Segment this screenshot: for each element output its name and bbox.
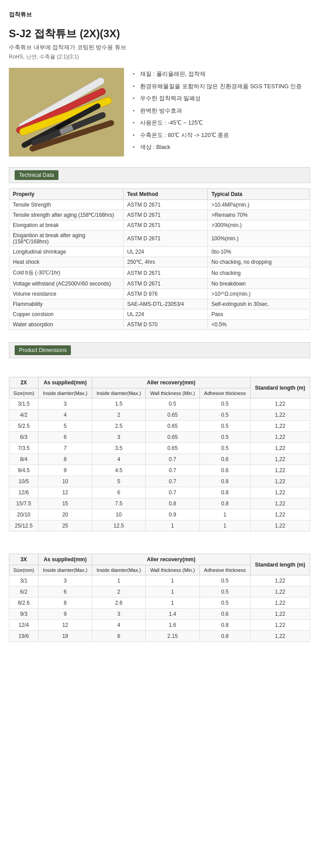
dim-cell-4-1: 12 — [39, 620, 92, 631]
tech-cell-1-0: Tensile strength after aging (158℃/168hr… — [9, 210, 124, 220]
dim-cell-10-2: 10 — [92, 509, 146, 520]
dim-as-sup-hdr: As supplied(mm) — [39, 554, 92, 565]
dim-row-0: 3/13110.51,22 — [9, 575, 310, 586]
dim-cell-7-2: 5 — [92, 476, 146, 487]
tech-cell-9-0: Flammability — [9, 299, 124, 309]
dim-cell-1-1: 6 — [39, 586, 92, 598]
dim-cell-9-0: 15/7.5 — [9, 498, 39, 509]
dim-cell-5-5: 1,22 — [250, 454, 310, 465]
tech-cell-11-2: <0.5% — [208, 320, 310, 330]
dim-cell-8-3: 0.7 — [146, 487, 200, 498]
tech-row-2: Elongation at breakASTM D 2671>300%(min.… — [9, 220, 310, 231]
dim-cell-1-2: 2 — [92, 586, 146, 598]
dim-3x-table: 3XAs supplied(mm)Aller recovery(mm)Stand… — [9, 554, 310, 642]
dim-row-9: 15/7.5157.50.80.81,22 — [9, 498, 310, 509]
feature-item-4: 사용온도 : -45℃ ~ 125℃ — [133, 118, 310, 127]
tech-header-row: ProperlyTest MethodTypical Data — [9, 189, 310, 200]
page-title: S-J2 접착튜브 (2X)(3X) — [9, 27, 310, 41]
product-subtitle: 수축튜브 내부에 접착제가 코팅된 방수용 튜브 — [9, 43, 310, 51]
dim-cell-0-1: 3 — [39, 575, 92, 586]
product-image — [9, 68, 124, 156]
tech-cell-0-1: ASTM D 2671 — [124, 200, 208, 210]
dim-cell-3-2: 3 — [92, 432, 146, 443]
dim-cell-5-2: 4 — [92, 454, 146, 465]
dim-cell-6-1: 9 — [39, 465, 92, 476]
dim-cell-6-5: 1,22 — [250, 465, 310, 476]
dim-cell-3-2: 3 — [92, 609, 146, 620]
tech-row-5: Heat shock250℃, 4hrsNo chacking, no drop… — [9, 257, 310, 267]
dim-sub-3: Wall thickness (Min.) — [146, 565, 200, 575]
dim-cell-10-3: 0.9 — [146, 509, 200, 520]
dim-cell-3-1: 9 — [39, 609, 92, 620]
dim-row-10: 20/1020100.911,22 — [9, 509, 310, 520]
dim-row-2: 8/2.682.610.51,22 — [9, 598, 310, 609]
dim-cell-3-5: 1,22 — [250, 432, 310, 443]
dim-cell-9-4: 0.8 — [199, 498, 250, 509]
dim-cell-0-0: 3/1.5 — [9, 399, 39, 410]
product-features: 재질 : 폴리올레핀, 접착제환경유해물질을 포함하지 않은 친환경제품 SGS… — [133, 68, 310, 156]
tech-cell-9-1: SAE-AMS-DTL-23053/4 — [124, 299, 208, 309]
feature-item-3: 완벽한 방수효과 — [133, 106, 310, 115]
dim-lbl: 2X — [9, 377, 39, 388]
tech-row-7: Voltage withstand (AC2500V/60 seconds)AS… — [9, 279, 310, 289]
tech-cell-5-0: Heat shock — [9, 257, 124, 267]
dim-cell-11-4: 1 — [199, 520, 250, 532]
dim-sub-4: Adhesive thickness — [199, 388, 250, 399]
dim-cell-6-4: 0.6 — [199, 465, 250, 476]
dim-cell-5-3: 2.15 — [146, 631, 200, 642]
dim-cell-4-0: 12/4 — [9, 620, 39, 631]
dim-cell-4-2: 4 — [92, 620, 146, 631]
tech-cell-6-0: Cold b등 (-30℃/1hr) — [9, 267, 124, 279]
tech-row-4: Longitudinal shrinkageUL 2240to-10% — [9, 247, 310, 257]
dim-cell-2-1: 8 — [39, 598, 92, 609]
dim-cell-1-5: 1,22 — [250, 586, 310, 598]
dim-cell-5-4: 0.6 — [199, 454, 250, 465]
dim-cell-6-0: 9/4.5 — [9, 465, 39, 476]
dim-cell-11-1: 25 — [39, 520, 92, 532]
dim-sub-4: Adhesive thickness — [199, 565, 250, 575]
dim-cell-5-1: 8 — [39, 454, 92, 465]
dim-cell-7-3: 0.7 — [146, 476, 200, 487]
dim-after-rec-hdr: Aller recovery(mm) — [92, 554, 250, 565]
tech-cell-2-0: Elongation at break — [9, 220, 124, 231]
tech-col-header-1: Test Method — [124, 189, 208, 200]
tech-cell-10-0: Copper corrdsion — [9, 309, 124, 320]
tech-row-3: Elogantion at break after aging (158℃/16… — [9, 231, 310, 247]
dim-cell-3-3: 0.65 — [146, 432, 200, 443]
dim-row-1: 4/2420.650.51,22 — [9, 410, 310, 421]
tech-cell-8-2: >10¹⁵Ω.cm(min.) — [208, 289, 310, 299]
dim-cell-2-4: 0.5 — [199, 421, 250, 432]
dim-cell-0-4: 0.5 — [199, 575, 250, 586]
dim-cell-2-0: 8/2.6 — [9, 598, 39, 609]
dim-cell-3-4: 0.6 — [199, 609, 250, 620]
feature-item-1: 환경유해물질을 포함하지 않은 친환경제품 SGS TESTING 인증 — [133, 82, 310, 91]
tech-cell-7-0: Voltage withstand (AC2500V/60 seconds) — [9, 279, 124, 289]
tech-cell-11-0: Water absorption — [9, 320, 124, 330]
dim-cell-0-1: 3 — [39, 399, 92, 410]
dim-sub-0: Size(mm) — [9, 388, 39, 399]
dim-2x-tbody: 3/1.531.50.50.51,224/2420.650.51,225/2.5… — [9, 399, 310, 532]
dim-row-5: 19/61962.150.81,22 — [9, 631, 310, 642]
tech-table-head: ProperlyTest MethodTypical Data — [9, 189, 310, 200]
tech-cell-5-2: No chacking, no dropping — [208, 257, 310, 267]
dim-cell-7-4: 0.8 — [199, 476, 250, 487]
dim-cell-5-4: 0.8 — [199, 631, 250, 642]
tech-cell-8-1: ASTM D 876 — [124, 289, 208, 299]
feature-item-6: 색상 : Black — [133, 143, 310, 152]
dim-row-6: 9/4.594.50.70.61,22 — [9, 465, 310, 476]
dim-cell-3-3: 1.4 — [146, 609, 200, 620]
tech-row-9: FlammabilitySAE-AMS-DTL-23053/4Self-exti… — [9, 299, 310, 309]
tech-cell-11-1: ASTM D 570 — [124, 320, 208, 330]
technical-table-wrap: ProperlyTest MethodTypical Data Tensile … — [9, 188, 310, 330]
tech-cell-4-1: UL 224 — [124, 247, 208, 257]
dim-tr1: 3XAs supplied(mm)Aller recovery(mm)Stand… — [9, 554, 310, 565]
dim-cell-9-1: 15 — [39, 498, 92, 509]
dim-cell-2-3: 0.65 — [146, 421, 200, 432]
dim-std-hdr: Standard length (m) — [250, 554, 310, 575]
dim-row-11: 25/12.52512.5111,22 — [9, 520, 310, 532]
dim-cell-3-5: 1,22 — [250, 609, 310, 620]
tech-cell-10-2: Pass — [208, 309, 310, 320]
tech-cell-7-2: No breakdown — [208, 279, 310, 289]
tech-row-11: Water absorptionASTM D 570<0.5% — [9, 320, 310, 330]
tech-cell-2-1: ASTM D 2671 — [124, 220, 208, 231]
